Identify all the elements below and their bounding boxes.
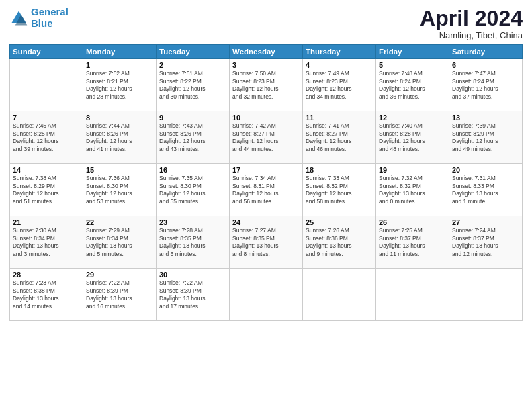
calendar-cell: 16Sunrise: 7:35 AM Sunset: 8:30 PM Dayli… [157,164,230,216]
day-number: 18 [306,166,373,174]
day-info: Sunrise: 7:32 AM Sunset: 8:32 PM Dayligh… [379,175,446,205]
day-info: Sunrise: 7:50 AM Sunset: 8:23 PM Dayligh… [232,70,300,101]
day-number: 6 [452,61,519,69]
calendar-cell: 2Sunrise: 7:51 AM Sunset: 8:22 PM Daylig… [157,59,230,111]
day-number: 30 [159,271,226,279]
day-info: Sunrise: 7:28 AM Sunset: 8:35 PM Dayligh… [159,227,226,258]
logo-line2: Blue [31,17,53,29]
day-number: 19 [379,166,446,174]
calendar-week-row: 14Sunrise: 7:38 AM Sunset: 8:29 PM Dayli… [10,164,523,216]
day-info: Sunrise: 7:29 AM Sunset: 8:34 PM Dayligh… [86,227,153,258]
day-number: 5 [379,61,446,69]
calendar-day-header: Saturday [449,45,523,59]
day-number: 21 [13,218,80,226]
day-info: Sunrise: 7:38 AM Sunset: 8:29 PM Dayligh… [13,175,80,205]
calendar-table: SundayMondayTuesdayWednesdayThursdayFrid… [9,44,523,321]
day-number: 11 [306,113,373,122]
day-number: 23 [159,218,226,226]
logo: General Blue [9,7,69,29]
day-info: Sunrise: 7:33 AM Sunset: 8:32 PM Dayligh… [306,175,373,205]
calendar-day-header: Tuesday [157,45,230,59]
calendar-cell: 8Sunrise: 7:44 AM Sunset: 8:26 PM Daylig… [83,111,157,164]
day-info: Sunrise: 7:41 AM Sunset: 8:27 PM Dayligh… [306,122,373,153]
day-number: 8 [86,113,153,122]
day-info: Sunrise: 7:43 AM Sunset: 8:26 PM Dayligh… [159,122,226,153]
day-number: 9 [159,113,226,122]
day-info: Sunrise: 7:34 AM Sunset: 8:31 PM Dayligh… [232,175,300,205]
day-number: 2 [159,61,226,69]
day-number: 17 [232,166,300,174]
title-block: April 2024 Namling, Tibet, China [420,7,523,40]
day-number: 3 [232,61,300,69]
day-number: 7 [13,113,80,122]
calendar-cell: 29Sunrise: 7:22 AM Sunset: 8:39 PM Dayli… [83,269,157,321]
day-info: Sunrise: 7:42 AM Sunset: 8:27 PM Dayligh… [232,122,300,153]
day-info: Sunrise: 7:31 AM Sunset: 8:33 PM Dayligh… [452,175,519,205]
calendar-cell: 12Sunrise: 7:40 AM Sunset: 8:28 PM Dayli… [376,111,449,164]
day-number: 14 [13,166,80,174]
calendar-cell: 28Sunrise: 7:23 AM Sunset: 8:38 PM Dayli… [10,269,83,321]
day-info: Sunrise: 7:27 AM Sunset: 8:35 PM Dayligh… [232,227,300,258]
calendar-cell: 18Sunrise: 7:33 AM Sunset: 8:32 PM Dayli… [303,164,376,216]
day-info: Sunrise: 7:22 AM Sunset: 8:39 PM Dayligh… [159,279,226,310]
day-number: 25 [306,218,373,226]
calendar-header-row: SundayMondayTuesdayWednesdayThursdayFrid… [10,45,523,59]
day-info: Sunrise: 7:22 AM Sunset: 8:39 PM Dayligh… [86,279,153,310]
calendar-cell: 15Sunrise: 7:36 AM Sunset: 8:30 PM Dayli… [83,164,157,216]
calendar-cell: 21Sunrise: 7:30 AM Sunset: 8:34 PM Dayli… [10,216,83,269]
subtitle: Namling, Tibet, China [420,30,523,40]
page: General Blue April 2024 Namling, Tibet, … [0,0,532,411]
day-info: Sunrise: 7:51 AM Sunset: 8:22 PM Dayligh… [159,70,226,101]
main-title: April 2024 [420,7,523,30]
calendar-cell: 24Sunrise: 7:27 AM Sunset: 8:35 PM Dayli… [230,216,303,269]
calendar-cell: 3Sunrise: 7:50 AM Sunset: 8:23 PM Daylig… [230,59,303,111]
calendar-cell: 1Sunrise: 7:52 AM Sunset: 8:21 PM Daylig… [83,59,157,111]
day-info: Sunrise: 7:47 AM Sunset: 8:24 PM Dayligh… [452,70,519,101]
day-number: 13 [452,113,519,122]
logo-icon [9,9,28,28]
day-info: Sunrise: 7:52 AM Sunset: 8:21 PM Dayligh… [86,70,153,101]
day-info: Sunrise: 7:36 AM Sunset: 8:30 PM Dayligh… [86,175,153,205]
day-number: 20 [452,166,519,174]
calendar-cell: 26Sunrise: 7:25 AM Sunset: 8:37 PM Dayli… [376,216,449,269]
day-info: Sunrise: 7:45 AM Sunset: 8:25 PM Dayligh… [13,122,80,153]
day-number: 15 [86,166,153,174]
day-info: Sunrise: 7:39 AM Sunset: 8:29 PM Dayligh… [452,122,519,153]
calendar-cell [10,59,83,111]
day-info: Sunrise: 7:26 AM Sunset: 8:36 PM Dayligh… [306,227,373,258]
day-info: Sunrise: 7:25 AM Sunset: 8:37 PM Dayligh… [379,227,446,258]
calendar-cell: 7Sunrise: 7:45 AM Sunset: 8:25 PM Daylig… [10,111,83,164]
calendar-week-row: 21Sunrise: 7:30 AM Sunset: 8:34 PM Dayli… [10,216,523,269]
calendar-cell: 10Sunrise: 7:42 AM Sunset: 8:27 PM Dayli… [230,111,303,164]
day-info: Sunrise: 7:48 AM Sunset: 8:24 PM Dayligh… [379,70,446,101]
day-number: 4 [306,61,373,69]
calendar-cell: 13Sunrise: 7:39 AM Sunset: 8:29 PM Dayli… [449,111,523,164]
calendar-week-row: 7Sunrise: 7:45 AM Sunset: 8:25 PM Daylig… [10,111,523,164]
calendar-cell [230,269,303,321]
header: General Blue April 2024 Namling, Tibet, … [9,7,523,40]
calendar-day-header: Friday [376,45,449,59]
calendar-day-header: Sunday [10,45,83,59]
calendar-cell: 19Sunrise: 7:32 AM Sunset: 8:32 PM Dayli… [376,164,449,216]
calendar-cell: 5Sunrise: 7:48 AM Sunset: 8:24 PM Daylig… [376,59,449,111]
logo-text: General Blue [31,7,69,29]
day-number: 1 [86,61,153,69]
day-number: 12 [379,113,446,122]
calendar-cell: 25Sunrise: 7:26 AM Sunset: 8:36 PM Dayli… [303,216,376,269]
day-info: Sunrise: 7:30 AM Sunset: 8:34 PM Dayligh… [13,227,80,258]
calendar-cell [303,269,376,321]
calendar-cell: 22Sunrise: 7:29 AM Sunset: 8:34 PM Dayli… [83,216,157,269]
day-info: Sunrise: 7:49 AM Sunset: 8:23 PM Dayligh… [306,70,373,101]
day-number: 28 [13,271,80,279]
day-number: 10 [232,113,300,122]
day-info: Sunrise: 7:35 AM Sunset: 8:30 PM Dayligh… [159,175,226,205]
day-number: 27 [452,218,519,226]
day-info: Sunrise: 7:23 AM Sunset: 8:38 PM Dayligh… [13,279,80,310]
calendar-day-header: Wednesday [230,45,303,59]
day-info: Sunrise: 7:24 AM Sunset: 8:37 PM Dayligh… [452,227,519,258]
calendar-week-row: 28Sunrise: 7:23 AM Sunset: 8:38 PM Dayli… [10,269,523,321]
calendar-cell: 23Sunrise: 7:28 AM Sunset: 8:35 PM Dayli… [157,216,230,269]
calendar-day-header: Monday [83,45,157,59]
calendar-cell: 6Sunrise: 7:47 AM Sunset: 8:24 PM Daylig… [449,59,523,111]
day-info: Sunrise: 7:40 AM Sunset: 8:28 PM Dayligh… [379,122,446,153]
